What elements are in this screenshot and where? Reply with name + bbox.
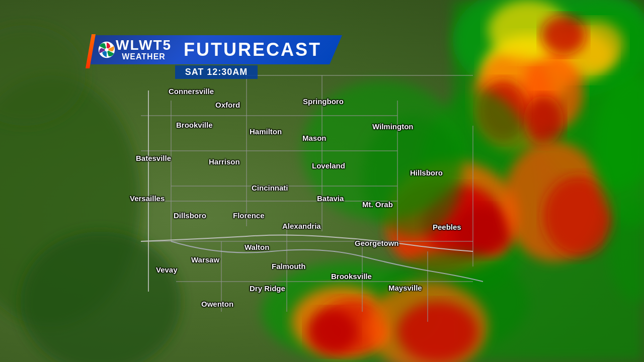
svg-point-22 bbox=[307, 309, 357, 354]
wlwt-logo: WLWT5 WEATHER bbox=[116, 38, 172, 61]
svg-point-25 bbox=[397, 302, 478, 362]
header-section: WLWT5 WEATHER FUTURECAST SAT 12:30AM bbox=[91, 35, 342, 79]
svg-point-30 bbox=[541, 15, 586, 55]
svg-point-51 bbox=[105, 48, 108, 51]
timestamp: SAT 12:30AM bbox=[185, 67, 248, 77]
station-weather: WEATHER bbox=[122, 52, 166, 61]
map-container: ConnersvilleOxfordSpringboroBrookvilleHa… bbox=[0, 0, 644, 362]
svg-point-16 bbox=[453, 206, 513, 256]
station-name: WLWT5 bbox=[116, 38, 172, 52]
program-title: FUTURECAST bbox=[184, 39, 321, 60]
logo-bar: WLWT5 WEATHER FUTURECAST bbox=[91, 35, 342, 64]
svg-point-27 bbox=[362, 116, 463, 236]
nbc-peacock-icon bbox=[98, 41, 116, 59]
timestamp-bar: SAT 12:30AM bbox=[175, 65, 258, 79]
